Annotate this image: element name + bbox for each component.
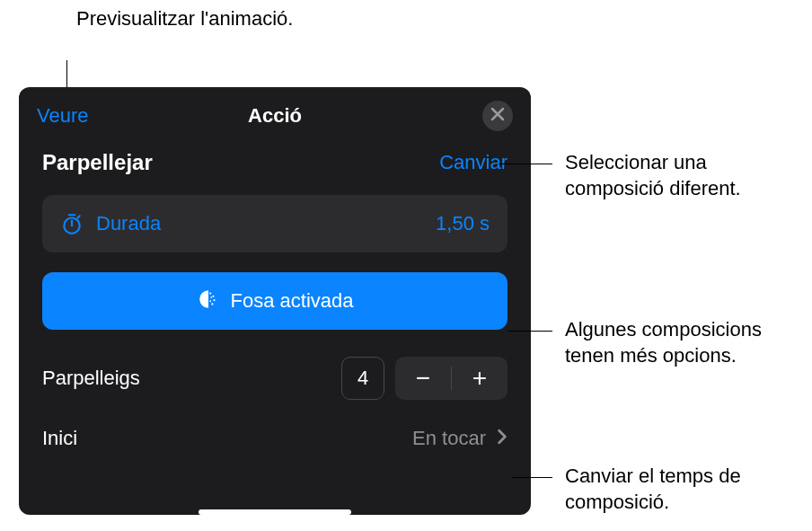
panel-title: Acció (248, 104, 302, 128)
fade-option-label: Fosa activada (231, 289, 354, 313)
blinks-label: Parpelleigs (42, 367, 341, 390)
svg-point-2 (212, 296, 214, 297)
panel-header: Veure Acció (37, 100, 513, 132)
home-indicator (199, 509, 351, 515)
preview-button[interactable]: Veure (37, 104, 89, 128)
callout-line (499, 164, 552, 164)
duration-value: 1,50 s (436, 212, 490, 235)
start-label: Inici (42, 427, 412, 450)
close-icon (490, 107, 505, 125)
stepper-minus-button[interactable]: − (395, 357, 451, 400)
start-value: En tocar (412, 427, 486, 450)
callout-line (512, 477, 552, 478)
callout-change: Seleccionar una composició diferent. (565, 150, 799, 201)
duration-row[interactable]: Durada 1,50 s (42, 195, 508, 252)
callout-timing: Canviar el temps de composició. (565, 464, 799, 515)
callout-preview: Previsualitzar l'animació. (76, 6, 293, 32)
close-button[interactable] (482, 101, 513, 131)
svg-point-3 (213, 299, 215, 301)
stepper-plus-button[interactable]: + (452, 357, 508, 400)
change-button[interactable]: Canviar (439, 151, 508, 174)
svg-point-4 (211, 303, 213, 305)
svg-point-1 (209, 292, 211, 294)
duration-label: Durada (96, 212, 436, 235)
svg-point-6 (210, 296, 212, 298)
chevron-right-icon (497, 429, 508, 448)
blinks-row: Parpelleigs 4 − + (37, 357, 513, 400)
svg-point-5 (209, 300, 211, 302)
effect-name: Parpellejar (42, 150, 153, 175)
blinks-value: 4 (341, 357, 384, 400)
fade-icon (197, 288, 220, 314)
start-row[interactable]: Inici En tocar (37, 427, 513, 450)
callout-options: Algunes composicions tenen més opcions. (565, 317, 799, 368)
callout-line (508, 331, 552, 332)
fade-option-button[interactable]: Fosa activada (42, 272, 508, 330)
stopwatch-icon (60, 212, 84, 235)
blinks-stepper: − + (395, 357, 508, 400)
effect-row: Parpellejar Canviar (37, 145, 513, 181)
action-panel: Veure Acció Parpellejar Canviar Durada 1… (19, 87, 531, 515)
